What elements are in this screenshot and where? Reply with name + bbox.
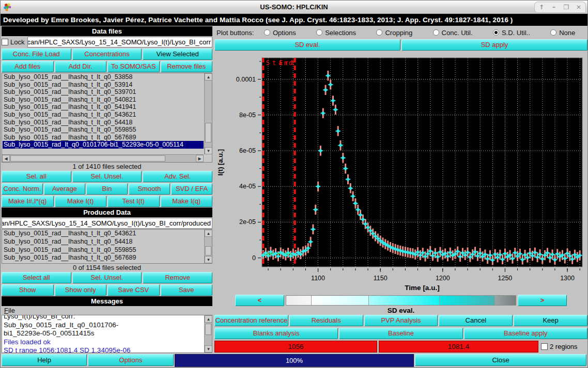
radio-option-cropping[interactable]: Cropping xyxy=(376,29,412,37)
maximize-icon[interactable]: ❐ xyxy=(563,4,570,11)
radio-option-selections[interactable]: Selections xyxy=(316,29,356,37)
list-item[interactable]: Sub_lyso_0015_rad__Ihashq_t_It_q0_53858 xyxy=(3,73,204,81)
residuals-button[interactable]: Residuals xyxy=(289,315,363,326)
view-selected-button[interactable]: View Selected xyxy=(143,49,212,60)
list-item[interactable]: Sub_lyso_0015_rad__Ihashq_t_It_q0_543621 xyxy=(3,230,204,238)
scroll-left-arrow-icon[interactable]: ◀ xyxy=(2,155,10,162)
to-somo-sas-button[interactable]: To SOMO/SAS xyxy=(107,61,160,72)
average-button[interactable]: Average xyxy=(44,183,85,195)
messages-box[interactable]: Lyso_I(t)/Lyso_BI_corr:Sub_lyso_0015_rad… xyxy=(2,315,212,353)
scroll-up-arrow-icon[interactable]: ▲ xyxy=(205,73,212,81)
file-menu[interactable]: File xyxy=(4,307,15,314)
plot-canvas[interactable]: 02e-054e-056e-058e-050.00011100115012001… xyxy=(214,52,587,294)
scrollbar-thumb[interactable] xyxy=(205,246,211,255)
list-item[interactable]: Sub_lyso_0015_rad__Ihashq_t_It_q0_543621 xyxy=(3,111,204,119)
add-dir-button[interactable]: Add Dir. xyxy=(55,61,107,72)
scroll-up-arrow-icon[interactable]: ▲ xyxy=(205,315,212,323)
lock-checkbox[interactable] xyxy=(2,39,8,45)
make-it-button[interactable]: Make I(t) xyxy=(55,196,107,207)
concentrations-button[interactable]: Concentrations xyxy=(72,49,142,60)
produced-dir-field[interactable]: can/HPLC_SAXS/Lyso_15_14_SOMO/Lyso_I(t)/… xyxy=(2,218,212,229)
messages-vscrollbar[interactable]: ▲ ▼ xyxy=(204,315,212,353)
radio-circle[interactable] xyxy=(264,29,270,36)
regions-checkbox[interactable] xyxy=(541,343,548,350)
range-start-field[interactable]: 1056 xyxy=(214,341,377,353)
show-button[interactable]: Show xyxy=(2,284,54,296)
list-item[interactable]: Sub_lyso_0015_rad__Ihashq_t_It_q0_539701 xyxy=(3,88,204,96)
list-item[interactable]: Sub_lyso_0015_rad__Ihashq_t_It_q0_53914 xyxy=(3,81,204,89)
list-item[interactable]: Sub_lyso_0015_rad__Ihashq_t_It_q0_540821 xyxy=(3,96,204,104)
help-button[interactable]: Help xyxy=(2,354,87,366)
pvp-analysis-button[interactable]: PVP Analysis xyxy=(364,315,438,326)
file-list-vscrollbar[interactable]: ▲ ▼ xyxy=(204,73,212,154)
file-list-hscrollbar[interactable]: ◀ ▶ xyxy=(2,154,204,162)
svd-efa-button[interactable]: SVD / EFA xyxy=(171,183,212,195)
radio-circle[interactable] xyxy=(433,29,439,36)
conc-file-load-button[interactable]: Conc. File Load xyxy=(2,49,71,60)
message-line: bi1_52293e-05-0_00511415s xyxy=(4,329,203,338)
list-item[interactable]: Sub_lyso_0015_rad_It_q0_0101706-bi1_5229… xyxy=(3,141,204,149)
scroll-up-arrow-icon[interactable]: ▲ xyxy=(205,230,212,237)
scrollbar-thumb[interactable] xyxy=(205,123,211,142)
scrollbar-thumb[interactable] xyxy=(205,324,211,335)
save-button[interactable]: Save xyxy=(161,284,213,296)
sd-apply-button[interactable]: SD apply xyxy=(401,39,587,51)
radio-circle[interactable] xyxy=(493,29,499,36)
list-item[interactable]: Sub_lyso_0015_rad__Ihashq_t_It_q0_54418 xyxy=(3,119,204,126)
scroll-down-arrow-icon[interactable]: ▼ xyxy=(205,147,212,154)
close-icon[interactable]: ✕ xyxy=(575,4,582,11)
position-gradient-bar[interactable] xyxy=(286,295,516,306)
sel-unsel-button[interactable]: Sel. Unsel. xyxy=(72,171,142,182)
slider-right-button[interactable]: > xyxy=(518,295,567,306)
scroll-right-arrow-icon[interactable]: ▶ xyxy=(196,155,204,162)
cancel-button[interactable]: Cancel xyxy=(439,315,513,326)
scroll-down-arrow-icon[interactable]: ▼ xyxy=(205,345,212,353)
data-files-list[interactable]: Sub_lyso_0015_rad__Ihashq_t_It_q0_53858S… xyxy=(2,73,212,163)
baseline-apply-button[interactable]: Baseline apply xyxy=(464,328,587,339)
sd-eval-button[interactable]: SD eval. xyxy=(214,39,400,51)
shade-icon[interactable]: ↑ xyxy=(538,4,545,11)
scroll-down-arrow-icon[interactable]: ▼ xyxy=(205,256,212,263)
save-csv-button[interactable]: Save CSV xyxy=(107,284,160,296)
adv-sel-button[interactable]: Adv. Sel. xyxy=(143,171,212,182)
make-iq-button[interactable]: Make I(q) xyxy=(161,196,213,207)
add-files-button[interactable]: Add files xyxy=(2,61,54,72)
prod-sel-unsel-button[interactable]: Sel. Unsel. xyxy=(72,272,142,283)
sel-all-button[interactable]: Sel. all xyxy=(2,171,71,182)
radio-circle[interactable] xyxy=(550,29,556,36)
radio-option-none[interactable]: None xyxy=(550,29,575,37)
radio-option-conc-util[interactable]: Conc. Util. xyxy=(433,29,473,37)
list-item[interactable]: Sub_lyso_0015_rad__Ihashq_t_It_q0_541941 xyxy=(3,103,204,111)
list-item[interactable]: Sub_lyso_0015_rad__Ihashq_t_It_q0_567689 xyxy=(3,134,204,141)
list-item[interactable]: Sub_lyso_0015_rad__Ihashq_t_It_q0_559855 xyxy=(3,126,204,134)
minimize-icon[interactable]: – xyxy=(550,4,558,11)
remove-files-button[interactable]: Remove files xyxy=(161,61,213,72)
prod-remove-button[interactable]: Remove xyxy=(143,272,212,283)
list-item[interactable]: Sub_lyso_0015_rad__Ihashq_t_It_q0_559855 xyxy=(3,246,204,254)
bin-button[interactable]: Bin xyxy=(86,183,128,195)
list-item[interactable]: Sub_lyso_0015_rad__Ihashq_t_It_q0_54418 xyxy=(3,238,204,246)
select-all-button[interactable]: Select all xyxy=(2,272,71,283)
scrollbar-thumb[interactable] xyxy=(10,155,165,162)
close-button[interactable]: Close xyxy=(415,354,586,366)
list-item[interactable]: Sub_lyso_0015_rad__Ihashq_t_It_q0_567689 xyxy=(3,254,204,262)
options-button[interactable]: Options xyxy=(88,354,174,366)
test-it-button[interactable]: Test I(t) xyxy=(107,196,160,207)
produced-list-vscrollbar[interactable]: ▲ ▼ xyxy=(204,230,212,263)
blanks-analysis-button[interactable]: Blanks analysis xyxy=(214,328,338,339)
slider-left-button[interactable]: < xyxy=(235,295,284,306)
show-only-button[interactable]: Show only xyxy=(55,284,107,296)
smooth-button[interactable]: Smooth xyxy=(129,183,170,195)
make-ihash-button[interactable]: Make I#,I*(q) xyxy=(2,196,54,207)
baseline-button[interactable]: Baseline xyxy=(339,328,462,339)
conc-norm-button[interactable]: Conc. Norm. xyxy=(2,183,43,195)
data-files-dir-field[interactable]: scan/HPLC_SAXS/Lyso_15_14_SOMO/Lyso_I(t)… xyxy=(27,37,212,47)
concentration-reference-button[interactable]: Concentration reference xyxy=(214,315,288,326)
radio-option-options[interactable]: Options xyxy=(264,29,296,37)
radio-option-s-d-util[interactable]: S.D. Util.. xyxy=(493,29,530,37)
keep-button[interactable]: Keep xyxy=(514,315,587,326)
range-end-field[interactable]: 1081.4 xyxy=(379,341,538,353)
produced-list[interactable]: Sub_lyso_0015_rad__Ihashq_t_It_q0_543621… xyxy=(2,229,212,264)
radio-circle[interactable] xyxy=(376,29,382,36)
radio-circle[interactable] xyxy=(316,29,322,36)
